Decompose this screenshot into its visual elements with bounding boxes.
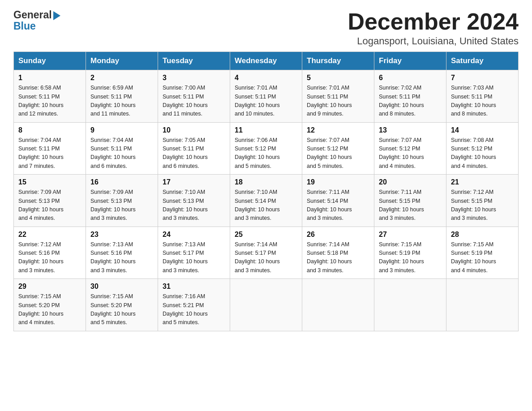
calendar-cell: 18Sunrise: 7:10 AMSunset: 5:14 PMDayligh… — [230, 175, 302, 227]
calendar-week-row: 15Sunrise: 7:09 AMSunset: 5:13 PMDayligh… — [14, 175, 519, 227]
calendar-cell — [446, 279, 519, 331]
calendar-cell: 31Sunrise: 7:16 AMSunset: 5:21 PMDayligh… — [158, 279, 230, 331]
calendar-cell: 30Sunrise: 7:15 AMSunset: 5:20 PMDayligh… — [86, 279, 158, 331]
day-number: 8 — [18, 126, 81, 134]
calendar-cell: 15Sunrise: 7:09 AMSunset: 5:13 PMDayligh… — [14, 175, 86, 227]
calendar-header-wednesday: Wednesday — [230, 52, 302, 70]
calendar-cell: 17Sunrise: 7:10 AMSunset: 5:13 PMDayligh… — [158, 175, 230, 227]
day-info: Sunrise: 7:11 AMSunset: 5:15 PMDaylight:… — [379, 188, 442, 223]
day-info: Sunrise: 7:13 AMSunset: 5:17 PMDaylight:… — [163, 240, 225, 275]
day-number: 31 — [163, 283, 225, 291]
day-info: Sunrise: 7:00 AMSunset: 5:11 PMDaylight:… — [163, 84, 225, 119]
calendar-cell: 19Sunrise: 7:11 AMSunset: 5:14 PMDayligh… — [302, 175, 374, 227]
calendar-cell: 6Sunrise: 7:02 AMSunset: 5:11 PMDaylight… — [374, 70, 446, 123]
day-info: Sunrise: 6:58 AMSunset: 5:11 PMDaylight:… — [18, 84, 81, 119]
day-number: 30 — [90, 283, 153, 291]
day-info: Sunrise: 7:10 AMSunset: 5:14 PMDaylight:… — [235, 188, 297, 223]
calendar-header-sunday: Sunday — [14, 52, 86, 70]
day-number: 15 — [18, 178, 81, 186]
day-info: Sunrise: 7:09 AMSunset: 5:13 PMDaylight:… — [18, 188, 81, 223]
day-info: Sunrise: 7:12 AMSunset: 5:16 PMDaylight:… — [18, 240, 81, 275]
day-number: 7 — [451, 74, 514, 82]
page-header: General Blue December 2024 Logansport, L… — [13, 9, 519, 47]
day-info: Sunrise: 7:07 AMSunset: 5:12 PMDaylight:… — [379, 136, 442, 171]
calendar-header-thursday: Thursday — [302, 52, 374, 70]
day-number: 2 — [90, 74, 153, 82]
calendar-cell: 10Sunrise: 7:05 AMSunset: 5:11 PMDayligh… — [158, 122, 230, 175]
calendar-cell: 16Sunrise: 7:09 AMSunset: 5:13 PMDayligh… — [86, 175, 158, 227]
logo-blue-text: Blue — [13, 20, 36, 32]
calendar-cell: 5Sunrise: 7:01 AMSunset: 5:11 PMDaylight… — [302, 70, 374, 123]
day-info: Sunrise: 6:59 AMSunset: 5:11 PMDaylight:… — [90, 84, 153, 119]
calendar-cell: 29Sunrise: 7:15 AMSunset: 5:20 PMDayligh… — [14, 279, 86, 331]
day-number: 19 — [307, 178, 369, 186]
calendar-cell: 14Sunrise: 7:08 AMSunset: 5:12 PMDayligh… — [446, 122, 519, 175]
calendar-cell: 22Sunrise: 7:12 AMSunset: 5:16 PMDayligh… — [14, 227, 86, 279]
day-info: Sunrise: 7:14 AMSunset: 5:17 PMDaylight:… — [235, 240, 297, 275]
day-info: Sunrise: 7:15 AMSunset: 5:20 PMDaylight:… — [90, 292, 153, 327]
calendar-cell — [302, 279, 374, 331]
day-info: Sunrise: 7:16 AMSunset: 5:21 PMDaylight:… — [163, 292, 225, 327]
day-info: Sunrise: 7:15 AMSunset: 5:19 PMDaylight:… — [451, 240, 514, 275]
day-info: Sunrise: 7:05 AMSunset: 5:11 PMDaylight:… — [163, 136, 225, 171]
calendar-week-row: 8Sunrise: 7:04 AMSunset: 5:11 PMDaylight… — [14, 122, 519, 175]
day-number: 29 — [18, 283, 81, 291]
day-number: 21 — [451, 178, 514, 186]
calendar-table: SundayMondayTuesdayWednesdayThursdayFrid… — [13, 51, 519, 331]
calendar-header-monday: Monday — [86, 52, 158, 70]
day-number: 28 — [451, 231, 514, 239]
calendar-week-row: 29Sunrise: 7:15 AMSunset: 5:20 PMDayligh… — [14, 279, 519, 331]
day-info: Sunrise: 7:15 AMSunset: 5:19 PMDaylight:… — [379, 240, 442, 275]
day-info: Sunrise: 7:02 AMSunset: 5:11 PMDaylight:… — [379, 84, 442, 119]
calendar-cell: 11Sunrise: 7:06 AMSunset: 5:12 PMDayligh… — [230, 122, 302, 175]
calendar-cell: 8Sunrise: 7:04 AMSunset: 5:11 PMDaylight… — [14, 122, 86, 175]
calendar-cell: 20Sunrise: 7:11 AMSunset: 5:15 PMDayligh… — [374, 175, 446, 227]
calendar-cell — [374, 279, 446, 331]
calendar-cell: 27Sunrise: 7:15 AMSunset: 5:19 PMDayligh… — [374, 227, 446, 279]
day-info: Sunrise: 7:14 AMSunset: 5:18 PMDaylight:… — [307, 240, 369, 275]
calendar-cell: 2Sunrise: 6:59 AMSunset: 5:11 PMDaylight… — [86, 70, 158, 123]
logo-triangle-icon — [53, 11, 60, 20]
calendar-cell: 7Sunrise: 7:03 AMSunset: 5:11 PMDaylight… — [446, 70, 519, 123]
location-title: Logansport, Louisiana, United States — [348, 35, 519, 47]
day-number: 12 — [307, 126, 369, 134]
calendar-header-tuesday: Tuesday — [158, 52, 230, 70]
day-number: 27 — [379, 231, 442, 239]
calendar-cell: 13Sunrise: 7:07 AMSunset: 5:12 PMDayligh… — [374, 122, 446, 175]
day-number: 16 — [90, 178, 153, 186]
month-title: December 2024 — [348, 9, 519, 34]
calendar-cell: 3Sunrise: 7:00 AMSunset: 5:11 PMDaylight… — [158, 70, 230, 123]
day-number: 26 — [307, 231, 369, 239]
day-number: 3 — [163, 74, 225, 82]
calendar-cell: 26Sunrise: 7:14 AMSunset: 5:18 PMDayligh… — [302, 227, 374, 279]
calendar-cell: 4Sunrise: 7:01 AMSunset: 5:11 PMDaylight… — [230, 70, 302, 123]
day-number: 23 — [90, 231, 153, 239]
day-info: Sunrise: 7:01 AMSunset: 5:11 PMDaylight:… — [307, 84, 369, 119]
day-number: 24 — [163, 231, 225, 239]
calendar-cell: 1Sunrise: 6:58 AMSunset: 5:11 PMDaylight… — [14, 70, 86, 123]
day-number: 18 — [235, 178, 297, 186]
calendar-header-row: SundayMondayTuesdayWednesdayThursdayFrid… — [14, 52, 519, 70]
calendar-cell: 28Sunrise: 7:15 AMSunset: 5:19 PMDayligh… — [446, 227, 519, 279]
day-number: 13 — [379, 126, 442, 134]
calendar-cell: 21Sunrise: 7:12 AMSunset: 5:15 PMDayligh… — [446, 175, 519, 227]
day-number: 5 — [307, 74, 369, 82]
day-info: Sunrise: 7:01 AMSunset: 5:11 PMDaylight:… — [235, 84, 297, 119]
logo: General Blue — [13, 9, 60, 32]
day-number: 20 — [379, 178, 442, 186]
calendar-header-saturday: Saturday — [446, 52, 519, 70]
calendar-cell: 9Sunrise: 7:04 AMSunset: 5:11 PMDaylight… — [86, 122, 158, 175]
day-info: Sunrise: 7:03 AMSunset: 5:11 PMDaylight:… — [451, 84, 514, 119]
day-info: Sunrise: 7:04 AMSunset: 5:11 PMDaylight:… — [18, 136, 81, 171]
day-number: 4 — [235, 74, 297, 82]
day-info: Sunrise: 7:12 AMSunset: 5:15 PMDaylight:… — [451, 188, 514, 223]
day-number: 17 — [163, 178, 225, 186]
day-info: Sunrise: 7:06 AMSunset: 5:12 PMDaylight:… — [235, 136, 297, 171]
day-info: Sunrise: 7:09 AMSunset: 5:13 PMDaylight:… — [90, 188, 153, 223]
calendar-cell: 25Sunrise: 7:14 AMSunset: 5:17 PMDayligh… — [230, 227, 302, 279]
calendar-week-row: 22Sunrise: 7:12 AMSunset: 5:16 PMDayligh… — [14, 227, 519, 279]
day-number: 22 — [18, 231, 81, 239]
day-number: 11 — [235, 126, 297, 134]
calendar-week-row: 1Sunrise: 6:58 AMSunset: 5:11 PMDaylight… — [14, 70, 519, 123]
day-info: Sunrise: 7:10 AMSunset: 5:13 PMDaylight:… — [163, 188, 225, 223]
